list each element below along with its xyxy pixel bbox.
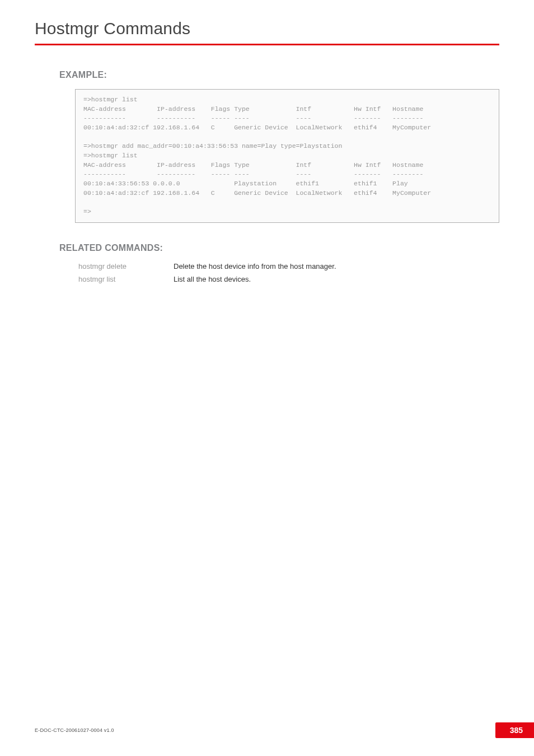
page-number-badge: 385	[495, 722, 534, 738]
related-command-name: hostmgr delete	[78, 262, 174, 270]
related-commands-section: RELATED COMMANDS: hostmgr delete Delete …	[35, 243, 499, 283]
example-heading: EXAMPLE:	[59, 70, 499, 80]
doc-id: E-DOC-CTC-20061027-0004 v1.0	[35, 727, 114, 733]
page-title: Hostmgr Commands	[35, 19, 499, 38]
example-code-block: =>hostmgr list MAC-address IP-address Fl…	[75, 89, 499, 223]
page-footer: E-DOC-CTC-20061027-0004 v1.0 385	[35, 722, 499, 738]
related-command-name: hostmgr list	[78, 275, 174, 283]
related-commands-table: hostmgr delete Delete the host device in…	[78, 262, 499, 283]
related-command-desc: Delete the host device info from the hos…	[174, 262, 336, 270]
related-heading: RELATED COMMANDS:	[59, 243, 499, 253]
related-command-row: hostmgr list List all the host devices.	[78, 275, 499, 283]
page: Hostmgr Commands EXAMPLE: =>hostmgr list…	[0, 0, 534, 756]
title-rule	[35, 44, 499, 45]
related-command-row: hostmgr delete Delete the host device in…	[78, 262, 499, 270]
related-command-desc: List all the host devices.	[174, 275, 251, 283]
